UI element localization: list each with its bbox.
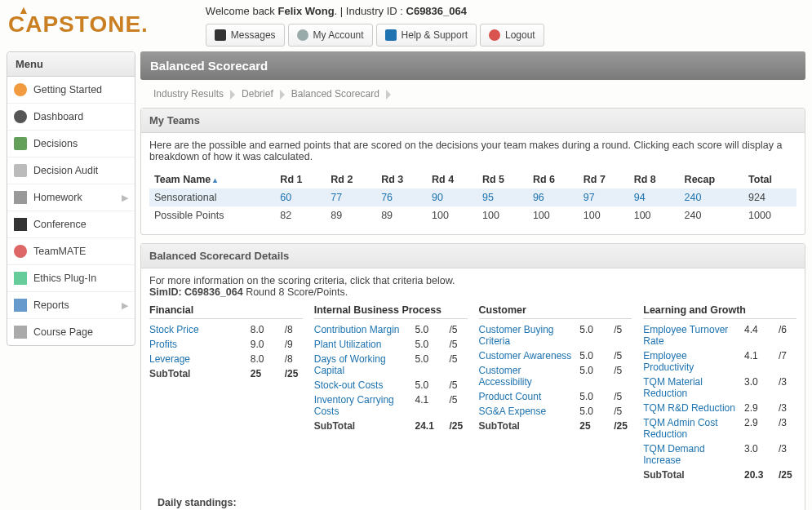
table-header[interactable]: Rd 5 xyxy=(477,171,528,188)
criteria-name[interactable]: Employee Productivity xyxy=(643,350,739,373)
table-header[interactable]: Rd 7 xyxy=(579,171,629,188)
score-cell: 76 xyxy=(376,188,427,206)
criteria-score: 2.9 xyxy=(744,417,774,440)
my-teams-heading: My Teams xyxy=(141,109,805,133)
sidebar-item-decisions[interactable]: Decisions xyxy=(7,131,135,157)
sidebar-item-decision-audit[interactable]: Decision Audit xyxy=(7,157,135,184)
table-header[interactable]: Team Name xyxy=(149,171,275,188)
score-link[interactable]: 95 xyxy=(482,192,494,203)
chevron-right-icon xyxy=(280,90,285,100)
sidebar-item-course-page[interactable]: Course Page xyxy=(7,319,135,345)
help-icon xyxy=(385,29,397,41)
criteria-score: 5.0 xyxy=(415,353,445,376)
criteria-row: TQM Demand Increase3.0/3 xyxy=(643,441,796,468)
table-header[interactable]: Rd 3 xyxy=(376,171,427,188)
criteria-name[interactable]: Days of Working Capital xyxy=(314,353,410,376)
my-teams-panel: My Teams Here are the possible and earne… xyxy=(140,108,805,235)
messages-button[interactable]: Messages xyxy=(206,24,285,47)
standings-title: Daily standings: xyxy=(158,497,237,508)
table-header[interactable]: Rd 8 xyxy=(629,171,680,188)
subtotal-row: SubTotal20.3/25 xyxy=(643,468,796,482)
scores-table: Team NameRd 1Rd 2Rd 3Rd 4Rd 5Rd 6Rd 7Rd … xyxy=(149,171,796,224)
subtotal-label: SubTotal xyxy=(314,420,410,432)
sidebar-item-reports[interactable]: Reports▶ xyxy=(7,292,135,319)
dec-icon xyxy=(14,137,27,150)
score-link[interactable]: 97 xyxy=(583,192,595,203)
table-header[interactable]: Rd 2 xyxy=(326,171,376,188)
score-cell: 100 xyxy=(528,206,579,224)
total-cell: 1000 xyxy=(743,206,796,224)
sidebar-item-label: TeamMATE xyxy=(33,246,86,257)
criteria-row: Plant Utilization5.0/5 xyxy=(314,337,468,352)
sidebar-item-label: Dashboard xyxy=(33,111,83,122)
details-heading: Balanced Scorecard Details xyxy=(141,244,805,268)
criteria-name[interactable]: SG&A Expense xyxy=(479,406,575,417)
criteria-name[interactable]: Customer Accessibility xyxy=(479,365,575,388)
criteria-max: /6 xyxy=(779,324,796,347)
breadcrumb: Industry ResultsDebriefBalanced Scorecar… xyxy=(140,80,805,108)
details-column: FinancialStock Price8.0/8Profits9.0/9Lev… xyxy=(149,304,303,482)
score-cell: 60 xyxy=(275,188,326,206)
user-icon xyxy=(297,29,308,41)
table-row: Possible Points8289891001001001001002401… xyxy=(149,206,796,224)
criteria-name[interactable]: Product Count xyxy=(479,391,575,402)
criteria-score: 3.0 xyxy=(744,443,774,466)
score-link[interactable]: 94 xyxy=(634,192,646,203)
criteria-max: /8 xyxy=(285,353,303,365)
hw-icon xyxy=(14,191,27,204)
table-header[interactable]: Rd 4 xyxy=(427,171,477,188)
score-link[interactable]: 240 xyxy=(685,192,702,203)
score-link[interactable]: 76 xyxy=(381,192,393,203)
criteria-name[interactable]: Plant Utilization xyxy=(314,339,410,350)
criteria-name[interactable]: Stock-out Costs xyxy=(314,379,410,391)
score-link[interactable]: 60 xyxy=(280,192,291,203)
subtotal-row: SubTotal24.1/25 xyxy=(314,419,468,433)
table-header[interactable]: Rd 1 xyxy=(275,171,326,188)
breadcrumb-item[interactable]: Balanced Scorecard xyxy=(286,88,384,100)
criteria-name[interactable]: TQM Material Reduction xyxy=(643,376,739,399)
score-cell: 89 xyxy=(376,206,427,224)
score-link[interactable]: 96 xyxy=(533,192,544,203)
criteria-name[interactable]: Leverage xyxy=(149,353,246,365)
sidebar-item-conference[interactable]: Conference xyxy=(7,211,135,238)
criteria-score: 5.0 xyxy=(579,406,609,417)
criteria-name[interactable]: Customer Buying Criteria xyxy=(479,324,575,347)
criteria-name[interactable]: Stock Price xyxy=(149,324,246,335)
criteria-name[interactable]: Customer Awareness xyxy=(479,350,575,361)
criteria-max: /5 xyxy=(614,350,632,361)
subtotal-row: SubTotal25/25 xyxy=(149,366,303,381)
score-cell: 82 xyxy=(275,206,326,224)
criteria-max: /3 xyxy=(779,376,796,399)
criteria-max: /5 xyxy=(450,394,468,417)
criteria-score: 5.0 xyxy=(415,324,445,335)
criteria-name[interactable]: Employee Turnover Rate xyxy=(643,324,739,347)
sidebar-item-ethics-plug-in[interactable]: Ethics Plug-In xyxy=(7,265,135,292)
table-header[interactable]: Recap xyxy=(680,171,743,188)
score-link[interactable]: 90 xyxy=(432,192,443,203)
criteria-name[interactable]: Contribution Margin xyxy=(314,324,410,335)
criteria-max: /9 xyxy=(285,339,303,350)
breadcrumb-item[interactable]: Industry Results xyxy=(149,88,229,100)
score-cell: 100 xyxy=(477,206,528,224)
criteria-name[interactable]: TQM Demand Increase xyxy=(643,443,739,466)
sidebar-item-label: Decisions xyxy=(33,138,78,149)
details-column: Learning and GrowthEmployee Turnover Rat… xyxy=(643,304,796,482)
table-header[interactable]: Total xyxy=(743,171,796,188)
sidebar-item-getting-started[interactable]: Getting Started xyxy=(7,77,135,104)
subtotal-label: SubTotal xyxy=(479,420,575,432)
my-account-button[interactable]: My Account xyxy=(288,24,373,47)
criteria-name[interactable]: TQM R&D Reduction xyxy=(643,402,739,414)
criteria-row: Stock Price8.0/8 xyxy=(149,322,303,337)
sidebar-item-dashboard[interactable]: Dashboard xyxy=(7,104,135,131)
sidebar-item-teammate[interactable]: TeamMATE xyxy=(7,238,135,265)
table-header[interactable]: Rd 6 xyxy=(528,171,579,188)
help-button[interactable]: Help & Support xyxy=(376,24,477,47)
breadcrumb-item[interactable]: Debrief xyxy=(237,88,278,100)
criteria-name[interactable]: Profits xyxy=(149,339,246,350)
score-link[interactable]: 77 xyxy=(331,192,342,203)
sidebar-item-homework[interactable]: Homework▶ xyxy=(7,184,135,211)
logout-button[interactable]: Logout xyxy=(480,24,544,47)
criteria-name[interactable]: Inventory Carrying Costs xyxy=(314,394,410,417)
criteria-name[interactable]: TQM Admin Cost Reduction xyxy=(643,417,739,440)
subtotal-label: SubTotal xyxy=(149,368,246,379)
